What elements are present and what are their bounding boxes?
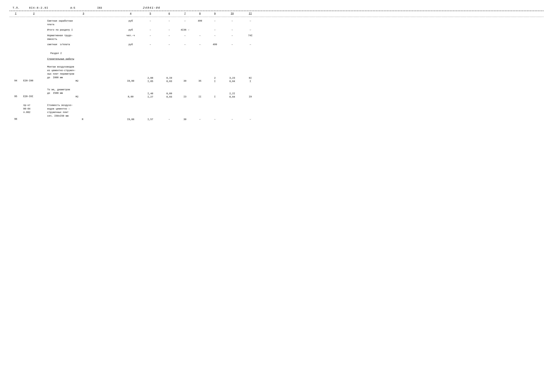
cell-4: руб: [121, 19, 140, 23]
cell-col11: I9: [242, 95, 258, 99]
col-header-7: 7: [178, 12, 192, 15]
cell-quantity: I8,80: [121, 79, 140, 83]
cell-col9: 2 I: [208, 77, 222, 83]
cell-row-num: 96: [9, 118, 22, 121]
cell-description: Монтаж воздуховодов из цементно-стружеч-…: [46, 65, 121, 83]
cell-8: 499: [192, 19, 208, 23]
cell-3: Раздел 2: [46, 52, 121, 55]
cell-norm-code: E20-I00: [22, 79, 46, 83]
cell-3: Строительные работы: [46, 57, 121, 61]
col-header-4: 4: [121, 12, 140, 15]
cell-col10: 3,23 0,04: [222, 77, 242, 83]
cell-6: –: [161, 34, 178, 38]
col-header-2: 2: [22, 12, 46, 15]
cell-10: –: [222, 28, 242, 32]
cell-col7: 30: [178, 118, 192, 121]
cell-7: 4I36 –: [178, 28, 192, 32]
stroitelnye-raboty-row: Строительные работы: [9, 56, 544, 62]
column-headers-row: I 2 3 4 5 6 7 8 9 IO II: [9, 12, 544, 17]
col-header-10: IO: [222, 12, 242, 15]
cell-5: –: [140, 43, 161, 47]
cell-description: Стоимость воздухо- водов цементно – стру…: [46, 104, 121, 121]
cell-5: –: [140, 28, 161, 32]
cell-col7: 39: [178, 79, 192, 83]
cell-4: чел.-ч: [121, 34, 140, 38]
cell-9: –: [208, 19, 222, 23]
cell-6: –: [161, 43, 178, 47]
cell-7: –: [178, 19, 192, 23]
cell-col10: –: [222, 118, 242, 121]
cell-8: –: [192, 34, 208, 38]
cell-11: –: [242, 19, 258, 23]
cell-description: То же, диаметром до I500 мм М2: [46, 88, 121, 99]
col-header-5: 5: [140, 12, 161, 15]
table-row: Итого по рахделу I руб – – 4I36 – – – –: [9, 27, 544, 33]
cell-col6: 0,I0 0,03: [161, 77, 178, 83]
cell-3: Итого по рахделу I: [46, 28, 121, 32]
cell-6: –: [161, 19, 178, 23]
cell-col6: –: [161, 118, 178, 121]
cell-col11: –: [242, 118, 258, 121]
table-row-95: 95 E20-I0I То же, диаметром до I500 мм М…: [9, 87, 544, 100]
cell-3: сметная з/плата: [46, 43, 121, 47]
table-area: Сметная заработнаяплата руб – – – 499 – …: [9, 18, 544, 122]
cell-col7: I3: [178, 95, 192, 99]
col-header-6: 6: [161, 12, 178, 15]
cell-7: –: [178, 34, 192, 38]
cell-3: Нормативная трудо-емкость: [46, 34, 121, 41]
cell-9: –: [208, 28, 222, 32]
table-row: Нормативная трудо-емкость чел.-ч – – – –…: [9, 33, 544, 42]
section-header-razdel2: Раздел 2: [9, 51, 544, 56]
cell-col8: 35: [192, 79, 208, 83]
col-header-9: 9: [208, 12, 222, 15]
cell-row-num: 94: [9, 79, 22, 83]
stroitelnye-raboty-label: Строительные работы: [47, 58, 74, 60]
document-header: Т.П. 8I4-8-2.9I А-5 I83 24941-06: [9, 6, 544, 9]
cell-col10: 2,2I 0,04: [222, 92, 242, 99]
col-header-1: I: [9, 12, 22, 15]
cell-6: –: [161, 28, 178, 32]
cell-col5: I,46 I,27: [140, 92, 161, 99]
cell-3: Сметная заработнаяплата: [46, 19, 121, 26]
table-row: Сметная заработнаяплата руб – – – 499 – …: [9, 18, 544, 27]
tp-label: Т.П.: [13, 7, 20, 9]
cell-7: –: [178, 43, 192, 47]
cell-quantity: 8,60: [121, 95, 140, 99]
top-divider: [9, 11, 544, 11]
col-header-11: II: [242, 12, 258, 15]
cell-norm-code: E20-I0I: [22, 95, 46, 99]
table-row: сметная з/плата руб – – – – 499 – –: [9, 42, 544, 48]
header-code: 8I4-8-2.9I: [29, 7, 48, 9]
cell-col5: 2,08 I,85: [140, 77, 161, 83]
col-header-8: 8: [192, 12, 208, 15]
header-number: I83: [97, 7, 102, 9]
cell-9: –: [208, 34, 222, 38]
cell-5: –: [140, 19, 161, 23]
cell-col9: I: [208, 95, 222, 99]
cell-4: руб: [121, 28, 140, 32]
cell-col8: –: [192, 118, 208, 121]
table-row-96: 96 пр-нт06-04п.802 Стоимость воздухо- во…: [9, 103, 544, 122]
cell-11: –: [242, 43, 258, 47]
cell-norm-code: пр-нт06-04п.802: [22, 104, 46, 114]
cell-8: –: [192, 43, 208, 47]
cell-row-num: 95: [9, 95, 22, 99]
header-doc: 24941-06: [143, 6, 160, 9]
cell-col8: II: [192, 95, 208, 99]
cell-quantity: I9,00: [121, 118, 140, 121]
cell-col5: I,57: [140, 118, 161, 121]
table-row-94: 94 E20-I00 Монтаж воздуховодов из цемент…: [9, 64, 544, 84]
col-header-3: 3: [46, 12, 121, 15]
cell-col9: –: [208, 118, 222, 121]
cell-11: –: [242, 28, 258, 32]
cell-10: –: [222, 34, 242, 38]
cell-9: 499: [208, 43, 222, 47]
cell-4: руб: [121, 43, 140, 47]
cell-10: –: [222, 19, 242, 23]
cell-col11: 6I I: [242, 77, 258, 83]
cell-10: –: [222, 43, 242, 47]
cell-5: –: [140, 34, 161, 38]
cell-col6: 0,09 0,03: [161, 92, 178, 99]
cell-11: 74I: [242, 34, 258, 38]
header-section: А-5: [70, 7, 75, 9]
